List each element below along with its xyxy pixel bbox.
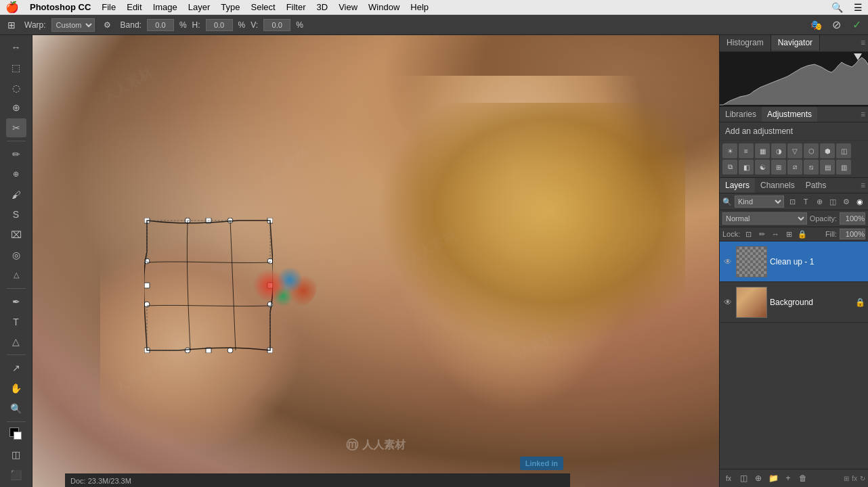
warp-select[interactable]: Custom Arc Arch Bulge Flag Wave Fish: [51, 18, 95, 32]
quick-mask-tool[interactable]: ◫: [6, 445, 26, 464]
quick-select-tool[interactable]: ⊕: [6, 98, 26, 117]
lock-move-icon[interactable]: ↔: [770, 229, 781, 239]
blend-mode-select[interactable]: Normal Dissolve Multiply Screen Overlay: [722, 212, 807, 225]
menu-layer[interactable]: Layer: [188, 2, 211, 12]
eyedropper-tool[interactable]: ✏: [6, 145, 26, 164]
delete-layer-icon[interactable]: 🗑: [797, 472, 809, 484]
selective-color-icon[interactable]: ▥: [836, 160, 851, 175]
toolbar-separator-4: [7, 421, 26, 422]
blur-tool[interactable]: △: [6, 266, 26, 285]
filter-icon-text[interactable]: T: [800, 196, 811, 207]
layer-visibility-background[interactable]: 👁: [722, 297, 733, 308]
brush-tool[interactable]: 🖌: [6, 185, 26, 204]
tab-channels[interactable]: Channels: [755, 178, 800, 193]
zoom-tool[interactable]: 🔍: [6, 399, 26, 418]
fill-input[interactable]: [840, 229, 865, 239]
opacity-input[interactable]: [840, 212, 865, 225]
right-panels: Histogram Navigator ≡: [719, 35, 868, 487]
text-tool[interactable]: T: [6, 312, 26, 331]
tab-layers[interactable]: Layers: [720, 178, 755, 193]
path-select-tool[interactable]: ↗: [6, 358, 26, 377]
hsl-icon[interactable]: ⬡: [804, 143, 819, 158]
colorbalance-icon[interactable]: ⬢: [820, 143, 835, 158]
invert-icon[interactable]: ⊞: [771, 160, 786, 175]
lasso-tool[interactable]: ◌: [6, 78, 26, 97]
menu-edit[interactable]: Edit: [127, 2, 142, 12]
tab-paths[interactable]: Paths: [800, 178, 832, 193]
layer-row-cleanup[interactable]: 👁 Clean up - 1: [720, 241, 868, 282]
apple-menu[interactable]: 🍎: [5, 1, 19, 14]
menubar: 🍎 Photoshop CC File Edit Image Layer Typ…: [0, 0, 868, 15]
gradient-map-icon[interactable]: ▤: [820, 160, 835, 175]
layer-adj-icon[interactable]: ⊕: [752, 472, 764, 484]
filter-icon-pixel[interactable]: ⊡: [787, 196, 798, 207]
eraser-tool[interactable]: ⌧: [6, 225, 26, 244]
new-layer-icon[interactable]: +: [782, 472, 794, 484]
layer-fx-icon[interactable]: fx: [722, 472, 735, 484]
screen-mode[interactable]: ⬛: [6, 465, 26, 484]
crop-tool[interactable]: ✂: [6, 118, 26, 137]
photofilter-icon[interactable]: ⧉: [722, 160, 737, 175]
menu-window[interactable]: Window: [368, 2, 399, 12]
threshold-icon[interactable]: ⧅: [804, 160, 819, 175]
menu-photoshop[interactable]: Photoshop CC: [30, 2, 91, 12]
menu-file[interactable]: File: [102, 2, 116, 12]
commit-button[interactable]: ✓: [849, 18, 864, 32]
h-input[interactable]: [206, 19, 233, 31]
shape-tool[interactable]: △: [6, 332, 26, 351]
menu-filter[interactable]: Filter: [286, 2, 306, 12]
layer-row-background[interactable]: 👁 Background 🔒: [720, 282, 868, 323]
filter-icon-shape[interactable]: ⊕: [814, 196, 825, 207]
band-input[interactable]: [147, 19, 174, 31]
filter-icon-smart[interactable]: ◫: [827, 196, 838, 207]
menu-select[interactable]: Select: [251, 2, 275, 12]
histogram-menu[interactable]: ≡: [858, 35, 868, 51]
menu-icon[interactable]: ☰: [854, 2, 863, 13]
menu-help[interactable]: Help: [410, 2, 429, 12]
layers-blend-row: Normal Dissolve Multiply Screen Overlay …: [720, 210, 868, 227]
lock-draw-icon[interactable]: ✏: [756, 229, 767, 239]
channelmixer-icon[interactable]: ◧: [739, 160, 754, 175]
tab-libraries[interactable]: Libraries: [720, 107, 762, 122]
posterize-icon[interactable]: ⧄: [787, 160, 802, 175]
move-tool[interactable]: ↔: [6, 38, 26, 57]
layers-filter-select[interactable]: Kind Name Effect Mode Attribute Color: [735, 195, 784, 208]
adj-menu[interactable]: ≡: [858, 107, 868, 122]
layer-visibility-cleanup[interactable]: 👁: [722, 256, 733, 267]
lock-all-icon[interactable]: 🔒: [797, 229, 808, 239]
layers-menu[interactable]: ≡: [858, 178, 868, 193]
foreground-bg-color[interactable]: [6, 425, 26, 444]
lock-pixels-icon[interactable]: ⊡: [743, 229, 754, 239]
menu-3d[interactable]: 3D: [317, 2, 328, 12]
path-tool[interactable]: ✒: [6, 292, 26, 311]
levels-icon[interactable]: ≡: [739, 143, 754, 158]
canvas-area[interactable]: 人人素材 人人素材 人人素材 人人素材 人人素材 ⓜ 人人素材: [32, 35, 719, 487]
filter-icon-adj[interactable]: ⚙: [841, 196, 852, 207]
clone-tool[interactable]: S: [6, 206, 26, 225]
exposure-icon[interactable]: ◑: [771, 143, 786, 158]
v-percent: %: [296, 20, 303, 30]
curves-icon[interactable]: ▦: [755, 143, 770, 158]
tab-navigator[interactable]: Navigator: [771, 35, 820, 51]
gradient-tool[interactable]: ◎: [6, 246, 26, 264]
tab-histogram[interactable]: Histogram: [720, 35, 771, 51]
bw-icon[interactable]: ◫: [836, 143, 851, 158]
tab-adjustments[interactable]: Adjustments: [762, 107, 817, 122]
menu-image[interactable]: Image: [153, 2, 177, 12]
menu-view[interactable]: View: [339, 2, 357, 12]
filter-toggle[interactable]: ◉: [854, 196, 865, 207]
warp-mode-icon[interactable]: 🎭: [808, 18, 823, 32]
cancel-button[interactable]: ⊘: [829, 18, 844, 32]
layer-group-icon[interactable]: 📁: [767, 472, 779, 484]
hand-tool[interactable]: ✋: [6, 379, 26, 398]
brightness-icon[interactable]: ☀: [722, 143, 737, 158]
lock-artboard-icon[interactable]: ⊞: [783, 229, 794, 239]
healing-tool[interactable]: ⊕: [6, 165, 26, 184]
v-input[interactable]: [263, 19, 290, 31]
search-icon[interactable]: 🔍: [831, 2, 843, 13]
marquee-tool[interactable]: ⬚: [6, 58, 26, 77]
vibrance-icon[interactable]: ▽: [787, 143, 802, 158]
menu-type[interactable]: Type: [221, 2, 240, 12]
colorlookup-icon[interactable]: ☯: [755, 160, 770, 175]
layer-mask-icon[interactable]: ◫: [737, 472, 750, 484]
